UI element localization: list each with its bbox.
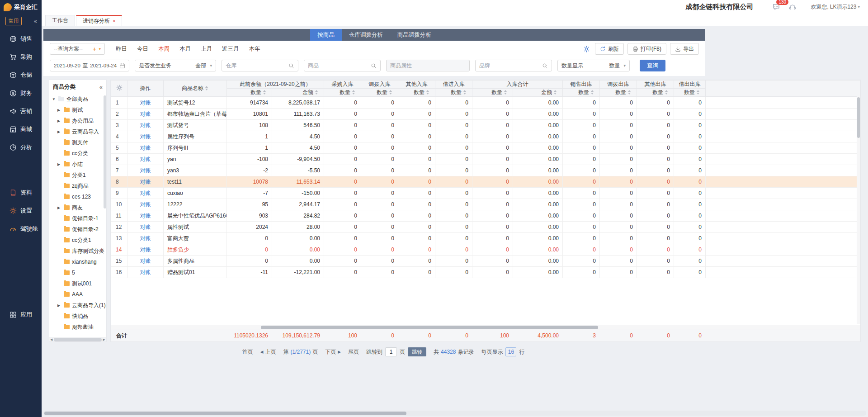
column-sub-header[interactable]: 数量	[324, 89, 361, 97]
sidebar-collapse-icon[interactable]: «	[34, 18, 37, 24]
column-sub-header[interactable]: 数量	[674, 89, 706, 97]
favorites-badge[interactable]: 常用	[5, 17, 22, 25]
column-settings-icon[interactable]	[581, 44, 591, 54]
analysis-tab-warehouse-transfer[interactable]: 仓库调拨分析	[342, 29, 390, 41]
sidebar-item-purchase[interactable]: 采购	[0, 48, 42, 66]
next-page-button[interactable]: 下页 ▶	[325, 348, 341, 356]
sidebar-item-mall[interactable]: 商城	[0, 120, 42, 138]
tree-item[interactable]: ▶办公用品	[49, 115, 106, 126]
quick-filter-上月[interactable]: 上月	[201, 45, 212, 53]
tab-workbench[interactable]: 工作台	[45, 15, 75, 26]
reconcile-link[interactable]: 对账	[127, 165, 164, 176]
column-sub-header[interactable]: 数量	[637, 89, 674, 97]
calendar-icon[interactable]	[119, 63, 125, 69]
column-sub-header[interactable]: 数量	[472, 89, 513, 97]
page-h-scrollbar-thumb[interactable]	[44, 412, 406, 415]
reconcile-link[interactable]: 对账	[127, 210, 164, 222]
sidebar-item-sales[interactable]: 销售	[0, 30, 42, 48]
sidebar-item-apps[interactable]: 应用	[0, 306, 42, 324]
quick-filter-昨日[interactable]: 昨日	[116, 45, 127, 53]
tab-inventory-analysis[interactable]: 进销存分析 ×	[76, 15, 122, 26]
sidebar-item-finance[interactable]: 财务	[0, 84, 42, 102]
sidebar-item-cockpit[interactable]: 驾驶舱	[0, 220, 42, 238]
tree-item[interactable]: cc分类	[49, 148, 106, 159]
print-button[interactable]: 打印(F8)	[627, 43, 666, 55]
product-input[interactable]	[308, 62, 369, 69]
product-name-header[interactable]: 商品名称	[164, 81, 227, 97]
sidebar-item-marketing[interactable]: 营销	[0, 102, 42, 120]
message-icon[interactable]: 130	[771, 2, 781, 11]
search-icon[interactable]	[371, 63, 377, 69]
scroll-left-icon[interactable]: ◀	[49, 338, 53, 341]
quantity-display-select[interactable]: 数量显示 数量 ▾	[557, 60, 630, 71]
reconcile-link[interactable]: 对账	[127, 154, 164, 165]
sidebar-item-settings[interactable]: 设置	[0, 202, 42, 220]
grid-h-scrollbar-thumb[interactable]	[261, 326, 598, 329]
first-page-button[interactable]: 首页	[242, 348, 253, 356]
tree-item[interactable]: 促销目录-1	[49, 213, 106, 224]
tree-v-scrollbar-thumb[interactable]	[104, 95, 106, 208]
date-range-input[interactable]: 2021-09-20 至 2021-09-24	[50, 60, 129, 71]
tree-item[interactable]: 测支付	[49, 137, 106, 148]
reconcile-link[interactable]: 对账	[127, 176, 164, 188]
analysis-tab-by-product[interactable]: 按商品	[310, 29, 342, 41]
close-icon[interactable]: ×	[113, 19, 115, 24]
column-sub-header[interactable]: 金额	[272, 89, 324, 97]
reconcile-link[interactable]: 对账	[127, 120, 164, 131]
sidebar-item-warehouse[interactable]: 仓储	[0, 66, 42, 84]
jump-button[interactable]: 跳转	[408, 347, 426, 356]
column-sub-header[interactable]: 数量	[227, 89, 272, 97]
quick-filter-本月[interactable]: 本月	[179, 45, 191, 53]
last-page-button[interactable]: 尾页	[348, 348, 359, 356]
tree-root[interactable]: ▼全部商品	[49, 94, 106, 104]
column-sub-header[interactable]: 数量	[435, 89, 472, 97]
column-sub-header[interactable]: 数量	[563, 89, 600, 97]
reconcile-link[interactable]: 对账	[127, 244, 164, 256]
search-button[interactable]: 查询	[640, 60, 665, 71]
tree-item[interactable]: 厨邦酱油	[49, 322, 106, 332]
tree-item[interactable]: 促销目录-2	[49, 224, 106, 235]
reconcile-link[interactable]: 对账	[127, 267, 164, 278]
tree-item[interactable]: cc分类1	[49, 235, 106, 246]
reconcile-link[interactable]: 对账	[127, 188, 164, 199]
tree-item[interactable]: AAA	[49, 289, 106, 300]
quick-filter-本年[interactable]: 本年	[249, 45, 260, 53]
table-settings-icon[interactable]	[116, 85, 123, 91]
reconcile-link[interactable]: 对账	[127, 97, 164, 109]
scroll-right-icon[interactable]: ▶	[102, 338, 106, 341]
quick-filter-本周[interactable]: 本周	[158, 45, 170, 53]
tree-item[interactable]: zq商品	[49, 180, 106, 191]
reconcile-link[interactable]: 对账	[127, 199, 164, 210]
reconcile-link[interactable]: 对账	[127, 109, 164, 120]
brand-input[interactable]	[479, 62, 540, 69]
tree-h-scrollbar-thumb[interactable]	[54, 338, 101, 341]
business-occurred-select[interactable]: 是否发生业务 全部 ▾	[135, 60, 216, 71]
export-button[interactable]: 导出	[670, 43, 699, 55]
tree-item[interactable]: 测试001	[49, 278, 106, 289]
search-icon[interactable]	[542, 63, 548, 69]
quick-filter-今日[interactable]: 今日	[137, 45, 148, 53]
quick-filter-近三月[interactable]: 近三月	[222, 45, 239, 53]
headset-icon[interactable]	[788, 2, 797, 11]
tree-item[interactable]: 5	[49, 267, 106, 278]
tree-item[interactable]: ces 123	[49, 191, 106, 202]
user-menu[interactable]: 欢迎您, LK演示123 ▾	[811, 3, 860, 11]
jump-page-input[interactable]	[385, 347, 397, 356]
search-icon[interactable]	[288, 63, 294, 69]
column-sub-header[interactable]: 数量	[398, 89, 435, 97]
warehouse-input[interactable]	[226, 62, 287, 69]
panel-collapse-icon[interactable]: «	[99, 84, 103, 90]
tree-item[interactable]: xianshang	[49, 256, 106, 267]
product-attribute-input[interactable]	[390, 62, 466, 69]
reconcile-link[interactable]: 对账	[127, 233, 164, 244]
analysis-tab-product-transfer[interactable]: 商品调拨分析	[390, 29, 439, 41]
per-page-value[interactable]: 16	[505, 347, 516, 356]
column-sub-header[interactable]: 金额	[513, 89, 563, 97]
refresh-button[interactable]: 刷新	[595, 43, 624, 55]
tree-item[interactable]: ▶云商品导入(1)	[49, 300, 106, 311]
add-icon[interactable]: +	[93, 46, 96, 52]
reconcile-link[interactable]: 对账	[127, 222, 164, 233]
tree-item[interactable]: 库存测试分类	[49, 246, 106, 256]
column-sub-header[interactable]: 数量	[600, 89, 637, 97]
sidebar-item-data[interactable]: 资料	[0, 184, 42, 202]
